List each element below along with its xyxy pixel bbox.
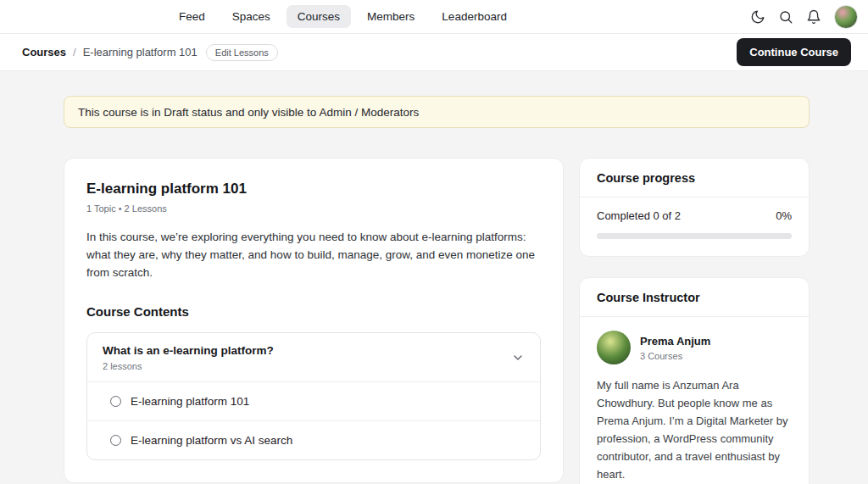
course-meta: 1 Topic • 2 Lessons xyxy=(86,203,541,214)
progress-bar-track xyxy=(597,233,792,239)
course-progress-body: Completed 0 of 2 0% xyxy=(580,197,809,256)
progress-row: Completed 0 of 2 0% xyxy=(597,209,792,222)
draft-status-text: This course is in Draft status and only … xyxy=(78,106,419,119)
course-subheader: Courses / E-learning platform 101 Edit L… xyxy=(0,34,868,71)
search-icon[interactable] xyxy=(778,9,793,25)
edit-lessons-button[interactable]: Edit Lessons xyxy=(206,44,278,61)
nav-actions xyxy=(750,5,858,29)
continue-course-button[interactable]: Continue Course xyxy=(737,38,851,66)
breadcrumb-separator: / xyxy=(73,46,76,58)
nav-item-members[interactable]: Members xyxy=(356,5,426,28)
content-columns: E-learning platform 101 1 Topic • 2 Less… xyxy=(64,158,810,484)
progress-completed-label: Completed 0 of 2 xyxy=(597,209,681,222)
lesson-status-circle-icon xyxy=(110,396,121,407)
primary-nav: Feed Spaces Courses Members Leaderboard xyxy=(168,5,518,28)
instructor-course-count: 3 Courses xyxy=(640,351,710,361)
progress-percent-label: 0% xyxy=(776,209,792,222)
breadcrumb-current-course: E-learning platform 101 xyxy=(83,46,198,58)
course-sidebar: Course progress Completed 0 of 2 0% Cour… xyxy=(579,158,810,484)
topic-header-text: What is an e-learning platform? 2 lesson… xyxy=(103,344,274,371)
notifications-bell-icon[interactable] xyxy=(806,9,821,25)
instructor-bio: My full name is Anzuman Ara Chowdhury. B… xyxy=(597,376,792,483)
topic-accordion: What is an e-learning platform? 2 lesson… xyxy=(86,332,541,460)
instructor-profile[interactable]: Prema Anjum 3 Courses xyxy=(597,331,792,364)
dark-mode-moon-icon[interactable] xyxy=(750,9,765,25)
topic-accordion-header[interactable]: What is an e-learning platform? 2 lesson… xyxy=(87,333,540,381)
lesson-title: E-learning platform vs AI search xyxy=(131,434,292,447)
course-detail-card: E-learning platform 101 1 Topic • 2 Less… xyxy=(64,158,564,483)
course-title: E-learning platform 101 xyxy=(86,181,541,197)
draft-status-banner: This course is in Draft status and only … xyxy=(64,96,810,128)
course-progress-heading: Course progress xyxy=(580,159,809,197)
course-progress-card: Course progress Completed 0 of 2 0% xyxy=(579,158,810,257)
course-instructor-card: Course Instructor Prema Anjum 3 Courses … xyxy=(579,277,810,484)
course-instructor-heading: Course Instructor xyxy=(580,278,809,317)
topic-lesson-count: 2 lessons xyxy=(103,361,274,371)
nav-item-spaces[interactable]: Spaces xyxy=(221,5,281,28)
instructor-name: Prema Anjum xyxy=(640,335,710,348)
breadcrumb-courses-link[interactable]: Courses xyxy=(22,46,66,58)
lesson-row-2[interactable]: E-learning platform vs AI search xyxy=(87,420,540,459)
lesson-row-1[interactable]: E-learning platform 101 xyxy=(87,381,540,420)
lesson-title: E-learning platform 101 xyxy=(131,395,249,408)
instructor-body: Prema Anjum 3 Courses My full name is An… xyxy=(580,317,809,484)
nav-item-leaderboard[interactable]: Leaderboard xyxy=(431,5,518,28)
course-description: In this course, we’re exploring everythi… xyxy=(86,228,541,281)
topic-title: What is an e-learning platform? xyxy=(103,344,274,357)
top-navigation-bar: Feed Spaces Courses Members Leaderboard xyxy=(0,0,868,34)
nav-item-feed[interactable]: Feed xyxy=(168,5,216,28)
instructor-avatar[interactable] xyxy=(597,331,631,364)
course-contents-heading: Course Contents xyxy=(86,304,541,319)
main-content: This course is in Draft status and only … xyxy=(64,96,810,484)
lesson-status-circle-icon xyxy=(110,435,121,446)
nav-item-courses[interactable]: Courses xyxy=(287,5,351,28)
chevron-down-icon[interactable] xyxy=(511,351,525,364)
user-avatar[interactable] xyxy=(834,5,858,29)
instructor-identity: Prema Anjum 3 Courses xyxy=(640,335,710,361)
